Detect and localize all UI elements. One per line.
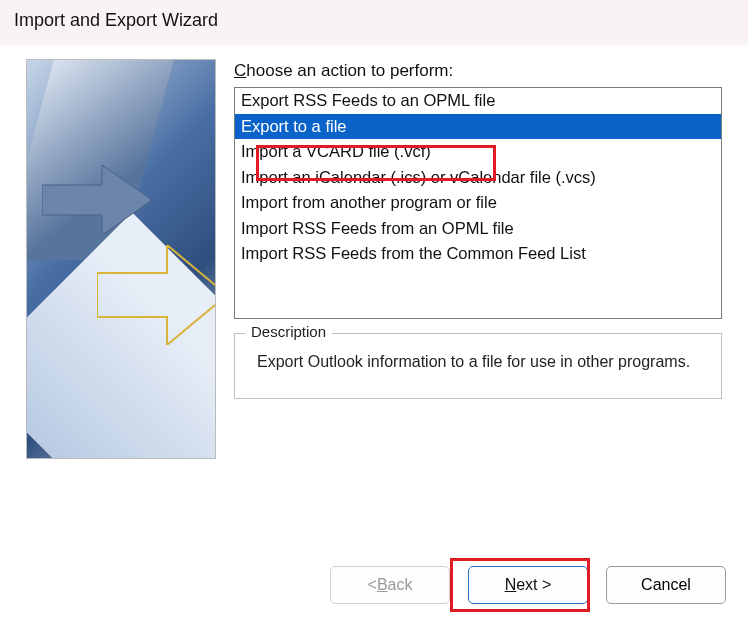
list-item[interactable]: Export RSS Feeds to an OPML file [235,88,721,114]
wizard-body: Choose an action to perform: Export RSS … [0,45,748,467]
list-item[interactable]: Export to a file [235,114,721,140]
prompt-text: hoose an action to perform: [246,61,453,80]
cancel-button[interactable]: Cancel [606,566,726,604]
back-access-key: B [377,576,388,594]
description-group: Description Export Outlook information t… [234,333,722,399]
list-item[interactable]: Import from another program or file [235,190,721,216]
action-listbox[interactable]: Export RSS Feeds to an OPML fileExport t… [234,87,722,319]
prompt-access-key: C [234,61,246,80]
wizard-illustration [26,59,216,459]
wizard-button-row: < Back Next > Cancel [330,566,726,604]
back-prefix: < [368,576,377,594]
list-item[interactable]: Import RSS Feeds from an OPML file [235,216,721,242]
action-prompt-label: Choose an action to perform: [234,61,722,81]
next-button[interactable]: Next > [468,566,588,604]
list-item[interactable]: Import an iCalendar (.ics) or vCalendar … [235,165,721,191]
back-button: < Back [330,566,450,604]
description-legend: Description [245,323,332,340]
next-suffix: ext > [516,576,551,594]
list-item[interactable]: Import a VCARD file (.vcf) [235,139,721,165]
back-suffix: ack [388,576,413,594]
wizard-right-column: Choose an action to perform: Export RSS … [234,59,722,459]
description-text: Export Outlook information to a file for… [249,346,707,374]
list-item[interactable]: Import RSS Feeds from the Common Feed Li… [235,241,721,267]
window-title: Import and Export Wizard [0,0,748,45]
next-access-key: N [505,576,517,594]
